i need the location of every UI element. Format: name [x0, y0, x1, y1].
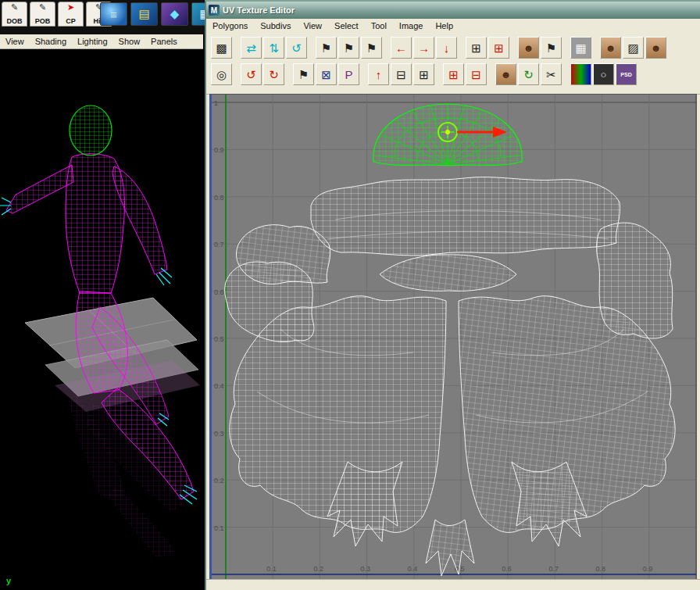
grid-toggle-button[interactable]: ▦	[570, 37, 591, 59]
shelf-icon-cube[interactable]: ◆	[161, 2, 188, 26]
grid-red-add-button[interactable]: ⊞	[443, 63, 464, 85]
uv-editor-menubar: Polygons Subdivs View Select Tool Image …	[206, 19, 700, 33]
menu-show[interactable]: Show	[113, 37, 146, 46]
menu-polygons[interactable]: Polygons	[206, 21, 254, 30]
translate-right-button[interactable]: →	[413, 37, 434, 59]
alpha-channel-icon: ○	[601, 70, 607, 80]
rotate-cw-button[interactable]: ↻	[263, 63, 284, 85]
svg-text:0.3: 0.3	[361, 565, 371, 573]
translate-left-button[interactable]: ←	[391, 37, 412, 59]
flag-uk-icon: ⊠	[321, 69, 331, 80]
svg-text:0.8: 0.8	[214, 194, 224, 202]
shelf-tab-pob[interactable]: ✎ POB	[30, 2, 55, 27]
shelf-tab-label: POB	[35, 16, 51, 26]
svg-text:0.9: 0.9	[643, 565, 653, 573]
face-snapshot-icon: ☻	[523, 43, 534, 53]
texture-display-button[interactable]: ▩	[211, 37, 232, 59]
menu-view[interactable]: View	[0, 37, 30, 46]
zoom-checker-icon: ◎	[216, 69, 227, 80]
menu-subdivs[interactable]: Subdivs	[254, 21, 297, 30]
flip-v-icon: ⇅	[269, 42, 279, 54]
svg-text:0.4: 0.4	[408, 565, 418, 573]
grid-red-minus-button[interactable]: ⊟	[466, 63, 487, 85]
grid-split-button[interactable]: ⊟	[391, 63, 412, 85]
menu-help[interactable]: Help	[429, 21, 459, 30]
checker-flag-icon: ⚑	[546, 42, 556, 54]
menu-image[interactable]: Image	[393, 21, 430, 30]
layout-grid-icon: ⊞	[471, 42, 481, 54]
flip-v-button[interactable]: ⇅	[263, 37, 284, 59]
flip-u-icon: ⇄	[246, 42, 256, 54]
face-snapshot-button[interactable]: ☻	[518, 37, 539, 59]
svg-text:0.1: 0.1	[214, 524, 224, 532]
svg-text:0.2: 0.2	[214, 477, 224, 485]
flip-u-button[interactable]: ⇄	[241, 37, 262, 59]
pen-icon: ✎	[39, 2, 46, 13]
rotate-cw-icon: ↻	[269, 69, 279, 80]
cut-uv-edges-button[interactable]: ⚑	[316, 37, 337, 59]
refresh-button[interactable]: ↻	[518, 63, 539, 85]
menu-tool[interactable]: Tool	[365, 21, 393, 30]
face-map-button[interactable]: ☻	[600, 37, 621, 59]
face-map3-button[interactable]: ☻	[495, 63, 516, 85]
shelf-tab-dob[interactable]: ✎ DOB	[2, 2, 27, 27]
checker-flag-button[interactable]: ⚑	[541, 37, 562, 59]
sew-uv-edges-button[interactable]: ⚑	[338, 37, 359, 59]
menu-view[interactable]: View	[297, 21, 328, 30]
y-axis-label: y	[6, 576, 11, 585]
translate-down-icon: ↓	[444, 42, 450, 54]
flag-p-icon: P	[345, 69, 352, 80]
dither-button[interactable]: ▨	[623, 37, 644, 59]
cut-percent-button[interactable]: ✂	[541, 63, 562, 85]
translate-down-button[interactable]: ↓	[436, 37, 457, 59]
window-titlebar[interactable]: M UV Texture Editor	[206, 2, 700, 19]
menu-lighting[interactable]: Lighting	[72, 37, 113, 46]
uv-canvas[interactable]: 10.90.80.70.60.50.40.30.20.10.10.20.30.4…	[209, 94, 697, 580]
shelf-tab-cp[interactable]: ➤ CP	[58, 2, 84, 27]
uv-editor-statusbar	[206, 579, 700, 590]
toolbar-row-1: ▩⇄⇅↺⚑⚑⚑←→↓⊞⊞☻⚑▦☻▨☻	[211, 37, 666, 59]
menu-shading[interactable]: Shading	[30, 37, 72, 46]
rotate-uv-ccw-icon: ↺	[291, 42, 302, 54]
svg-text:0.8: 0.8	[596, 565, 606, 573]
layout-grid-add-icon: ⊞	[494, 42, 504, 54]
grid-toggle-icon: ▦	[575, 42, 586, 54]
svg-text:0.1: 0.1	[266, 565, 277, 573]
uv-shell-collar[interactable]	[380, 255, 516, 291]
translate-left-icon: ←	[395, 42, 407, 54]
rotate-ccw-button[interactable]: ↺	[241, 63, 262, 85]
flag-uk-button[interactable]: ⊠	[316, 63, 337, 85]
rotate-uv-ccw-button[interactable]: ↺	[286, 37, 307, 59]
flag-a-button[interactable]: ⚑	[293, 63, 314, 85]
svg-text:0.5: 0.5	[214, 335, 224, 343]
menu-select[interactable]: Select	[328, 21, 365, 30]
red-arrow-icon: ➤	[67, 2, 74, 13]
menu-panels[interactable]: Panels	[145, 37, 183, 46]
perspective-viewport[interactable]: y	[0, 49, 203, 590]
manipulator-center-handle[interactable]	[445, 130, 450, 134]
face-map3-icon: ☻	[501, 70, 512, 80]
psd-button[interactable]: PSD	[616, 63, 637, 85]
grid-red-add-icon: ⊞	[448, 69, 459, 80]
grid-add-button[interactable]: ⊞	[413, 63, 434, 85]
translate-up-button[interactable]: ↑	[368, 63, 389, 85]
sew-uv-edges-icon: ⚑	[344, 42, 354, 54]
character-model[interactable]	[0, 49, 203, 590]
svg-text:0.4: 0.4	[214, 382, 224, 390]
merge-uv-button[interactable]: ⚑	[361, 37, 382, 59]
shelf-icon-box[interactable]: ▤	[130, 2, 158, 26]
zoom-checker-button[interactable]: ◎	[211, 63, 232, 85]
rotate-ccw-icon: ↺	[246, 69, 256, 80]
uv-texture-editor-window: M UV Texture Editor Polygons Subdivs Vie…	[205, 0, 700, 590]
rgb-channel-button[interactable]	[570, 63, 591, 85]
face-map2-button[interactable]: ☻	[645, 37, 666, 59]
dither-icon: ▨	[627, 42, 638, 54]
uv-shells	[225, 177, 675, 576]
layout-grid-button[interactable]: ⊞	[466, 37, 487, 59]
layout-grid-add-button[interactable]: ⊞	[488, 37, 509, 59]
alpha-channel-button[interactable]: ○	[593, 63, 614, 85]
shelf-icon-disc-stack[interactable]: ≡	[100, 2, 127, 26]
flag-p-button[interactable]: P	[338, 63, 359, 85]
uv-shell-center-shard[interactable]	[426, 520, 474, 576]
character-head-wireframe[interactable]	[70, 105, 112, 156]
